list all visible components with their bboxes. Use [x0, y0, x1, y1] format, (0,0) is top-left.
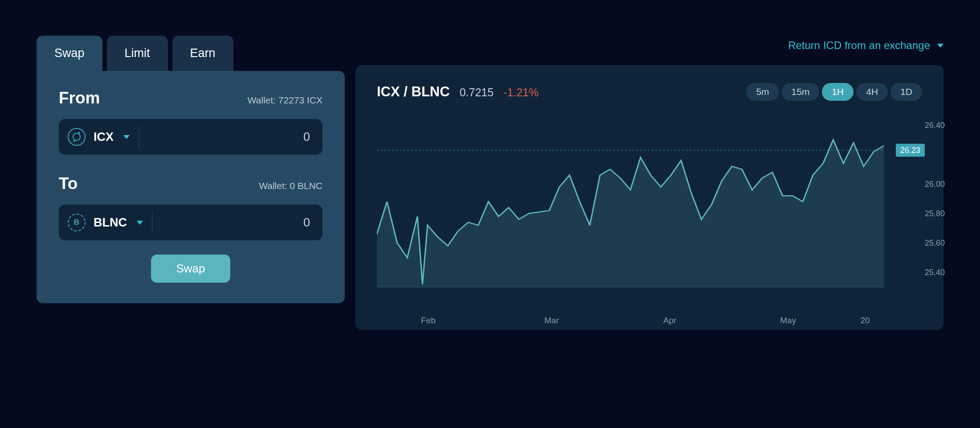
timeframe-5m[interactable]: 5m — [746, 83, 779, 101]
to-wallet-balance: Wallet: 0 BLNC — [259, 181, 323, 191]
separator — [139, 126, 139, 148]
x-tick: Apr — [663, 316, 677, 325]
y-tick: 25.60 — [925, 238, 945, 247]
from-token-select[interactable]: ICX — [68, 128, 139, 146]
to-amount-input[interactable] — [154, 216, 310, 230]
from-label: From — [59, 89, 100, 107]
tab-earn[interactable]: Earn — [172, 36, 233, 71]
chart-change: -1.21% — [503, 86, 539, 99]
x-tick: Mar — [544, 316, 559, 325]
timeframe-1D[interactable]: 1D — [890, 83, 922, 101]
to-token-symbol: BLNC — [94, 216, 127, 230]
y-tick: 25.40 — [925, 268, 945, 277]
chevron-down-icon — [123, 135, 130, 139]
swap-column: Swap Limit Earn From Wallet: 72273 ICX I… — [37, 36, 345, 330]
timeframe-group: 5m15m1H4H1D — [746, 83, 922, 101]
timeframe-1H[interactable]: 1H — [822, 83, 853, 101]
from-token-symbol: ICX — [94, 130, 114, 144]
to-token-select[interactable]: B BLNC — [68, 214, 152, 231]
tab-swap[interactable]: Swap — [37, 36, 102, 71]
chart-svg — [377, 118, 922, 314]
return-icd-link[interactable]: Return ICD from an exchange — [355, 39, 943, 52]
x-tick: Feb — [421, 316, 436, 325]
separator — [152, 211, 152, 234]
chart-panel: ICX / BLNC 0.7215 -1.21% 5m15m1H4H1D 26.… — [355, 65, 943, 330]
timeframe-15m[interactable]: 15m — [782, 83, 820, 101]
y-tick: 25.80 — [925, 209, 945, 218]
to-token-input: B BLNC — [59, 205, 323, 240]
x-tick: 20 — [861, 316, 870, 325]
chart-price: 0.7215 — [460, 86, 494, 99]
y-tick: 26.40 — [925, 120, 945, 130]
from-token-input: ICX — [59, 119, 323, 155]
tab-limit[interactable]: Limit — [107, 36, 168, 71]
price-chart: 26.4026.0025.8025.6025.40 26.23 FebMarAp… — [377, 118, 922, 314]
to-label: To — [59, 174, 78, 193]
y-tick: 26.00 — [925, 179, 945, 189]
chart-column: Return ICD from an exchange ICX / BLNC 0… — [355, 36, 943, 330]
timeframe-4H[interactable]: 4H — [856, 83, 888, 101]
chart-pair: ICX / BLNC — [377, 84, 450, 100]
from-wallet-balance: Wallet: 72273 ICX — [248, 95, 323, 106]
swap-panel: From Wallet: 72273 ICX ICX To Wallet: 0 … — [37, 71, 345, 303]
return-link-label: Return ICD from an exchange — [788, 39, 930, 52]
icx-token-icon — [68, 128, 86, 146]
blnc-token-icon: B — [68, 214, 86, 231]
chevron-down-icon — [137, 221, 143, 225]
chevron-down-icon — [937, 44, 943, 48]
tabs: Swap Limit Earn — [37, 36, 345, 71]
swap-button[interactable]: Swap — [151, 255, 230, 283]
current-price-badge: 26.23 — [896, 144, 925, 156]
from-amount-input[interactable] — [141, 130, 310, 144]
x-tick: May — [780, 316, 796, 325]
